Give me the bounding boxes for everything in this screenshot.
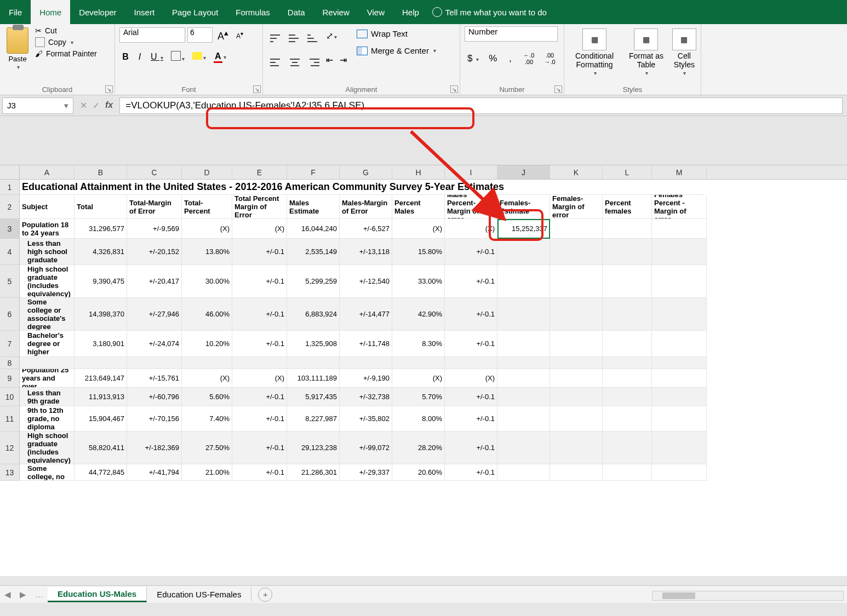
- row-header-12[interactable]: 12: [0, 431, 20, 464]
- header-cell[interactable]: Males-Margin of Error: [340, 195, 392, 219]
- cell[interactable]: [127, 357, 182, 369]
- cell[interactable]: [603, 357, 652, 369]
- accounting-format-button[interactable]: $ ▾: [465, 53, 482, 65]
- sheet-tab-other[interactable]: Education US-Females: [147, 588, 251, 601]
- header-cell[interactable]: Percent Males: [392, 195, 445, 219]
- row-header-10[interactable]: 10: [0, 388, 20, 406]
- cell[interactable]: +/-12,540: [340, 265, 392, 298]
- format-painter-button[interactable]: 🖌Format Painter: [35, 49, 97, 58]
- cell[interactable]: [75, 357, 127, 369]
- cell[interactable]: 213,649,147: [75, 369, 127, 388]
- cell[interactable]: (X): [392, 369, 445, 388]
- number-dialog-launcher[interactable]: ↘: [554, 85, 562, 93]
- cell[interactable]: [287, 357, 340, 369]
- cell[interactable]: Population 25 years and over: [20, 369, 75, 388]
- cell[interactable]: +/-0.1: [445, 239, 497, 265]
- wrap-text-button[interactable]: Wrap Text: [354, 27, 439, 40]
- col-header-H[interactable]: H: [392, 165, 445, 179]
- spreadsheet-grid[interactable]: A B C D E F G H I J K L M 1 Educational …: [0, 165, 847, 576]
- cell[interactable]: [232, 357, 287, 369]
- cell[interactable]: 42.90%: [392, 298, 445, 331]
- cell[interactable]: [652, 388, 707, 406]
- cell[interactable]: +/-20,417: [127, 265, 182, 298]
- cell[interactable]: [497, 369, 550, 388]
- cell[interactable]: [497, 431, 550, 464]
- cell[interactable]: 44,772,845: [75, 464, 127, 481]
- cell[interactable]: [652, 239, 707, 265]
- row-header-11[interactable]: 11: [0, 406, 20, 431]
- cell[interactable]: 29,123,238: [287, 431, 340, 464]
- cell[interactable]: [652, 431, 707, 464]
- row-header-4[interactable]: 4: [0, 239, 20, 265]
- cell[interactable]: 21.00%: [182, 464, 232, 481]
- cell[interactable]: 8.30%: [392, 331, 445, 357]
- cell[interactable]: +/-0.1: [232, 406, 287, 431]
- cell[interactable]: +/-41,794: [127, 464, 182, 481]
- italic-button[interactable]: I: [134, 50, 146, 64]
- conditional-formatting-button[interactable]: ▦Conditional Formatting▾: [569, 28, 620, 76]
- cell[interactable]: +/-99,072: [340, 431, 392, 464]
- cell[interactable]: +/-182,369: [127, 431, 182, 464]
- sheet-more-button[interactable]: …: [31, 590, 48, 599]
- cell[interactable]: [497, 265, 550, 298]
- cell[interactable]: [652, 464, 707, 481]
- cell[interactable]: +/-0.1: [445, 464, 497, 481]
- header-cell[interactable]: Total Percent Margin of Error: [232, 195, 287, 219]
- cell[interactable]: [550, 406, 603, 431]
- cell[interactable]: 21,286,301: [287, 464, 340, 481]
- col-header-B[interactable]: B: [75, 165, 127, 179]
- cell[interactable]: [603, 265, 652, 298]
- font-color-button[interactable]: A▾: [211, 50, 229, 65]
- cell[interactable]: +/-9,569: [127, 219, 182, 239]
- col-header-I[interactable]: I: [445, 165, 497, 179]
- cell[interactable]: Some college or associate's degree: [20, 298, 75, 331]
- cell[interactable]: +/-0.1: [445, 431, 497, 464]
- header-cell[interactable]: Percent females: [603, 195, 652, 219]
- add-sheet-button[interactable]: +: [258, 588, 272, 602]
- cell[interactable]: Some college, no: [20, 464, 75, 481]
- format-as-table-button[interactable]: ▦Format as Table▾: [628, 28, 665, 76]
- header-cell[interactable]: Total-Margin of Error: [127, 195, 182, 219]
- cell[interactable]: 15,252,337: [497, 219, 550, 239]
- cell[interactable]: +/-15,761: [127, 369, 182, 388]
- tab-help[interactable]: Help: [393, 0, 428, 24]
- cell[interactable]: [603, 406, 652, 431]
- cell[interactable]: +/-0.1: [232, 265, 287, 298]
- align-center-button[interactable]: [286, 50, 304, 69]
- cell[interactable]: (X): [232, 369, 287, 388]
- fill-color-button[interactable]: ▾: [190, 50, 209, 64]
- cell[interactable]: [603, 369, 652, 388]
- bold-button[interactable]: B: [119, 50, 131, 64]
- cell[interactable]: [497, 406, 550, 431]
- cell[interactable]: High school graduate (includes equivalen…: [20, 265, 75, 298]
- cell[interactable]: [497, 298, 550, 331]
- tab-review[interactable]: Review: [314, 0, 358, 24]
- cell[interactable]: +/-0.1: [445, 331, 497, 357]
- align-right-button[interactable]: [305, 50, 322, 69]
- cell[interactable]: +/-11,748: [340, 331, 392, 357]
- decrease-decimal-button[interactable]: .00→.0: [542, 50, 558, 67]
- cell[interactable]: [340, 357, 392, 369]
- cell[interactable]: +/-24,074: [127, 331, 182, 357]
- cell[interactable]: 6,883,924: [287, 298, 340, 331]
- font-size-combo[interactable]: 6: [187, 27, 213, 43]
- cell[interactable]: (X): [182, 219, 232, 239]
- cell[interactable]: 27.50%: [182, 431, 232, 464]
- horizontal-scrollbar[interactable]: [652, 591, 844, 601]
- cell[interactable]: 30.00%: [182, 265, 232, 298]
- cell[interactable]: [445, 357, 497, 369]
- cell[interactable]: 5.70%: [392, 388, 445, 406]
- cell[interactable]: [497, 357, 550, 369]
- increase-font-button[interactable]: A▴: [215, 26, 231, 44]
- cell[interactable]: 10.20%: [182, 331, 232, 357]
- tell-me-search[interactable]: Tell me what you want to do: [432, 0, 547, 24]
- cell[interactable]: 33.00%: [392, 265, 445, 298]
- sheet-prev-button[interactable]: ◀: [0, 590, 15, 600]
- col-header-A[interactable]: A: [20, 165, 75, 179]
- cell[interactable]: [652, 357, 707, 369]
- cell[interactable]: +/-0.1: [232, 464, 287, 481]
- row-header-5[interactable]: 5: [0, 265, 20, 298]
- cell[interactable]: (X): [232, 219, 287, 239]
- header-cell[interactable]: Total- Percent: [182, 195, 232, 219]
- fx-button[interactable]: fx: [105, 100, 113, 111]
